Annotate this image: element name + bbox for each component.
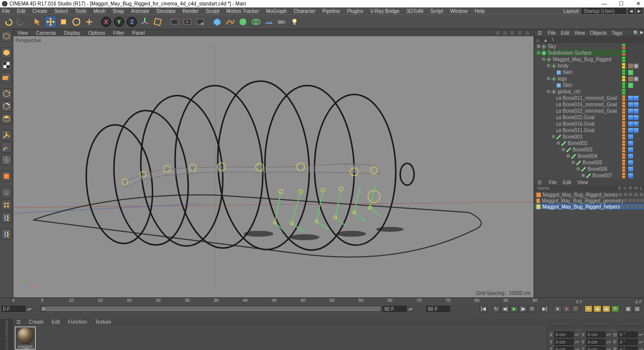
tag-ik-icon[interactable] bbox=[628, 160, 633, 165]
om-filter-icon[interactable]: ⚑ bbox=[639, 30, 644, 35]
redo-button[interactable] bbox=[15, 16, 27, 28]
om-search-icon[interactable]: 🔍 bbox=[633, 30, 638, 35]
tree-item[interactable]: ⊟Bone006 bbox=[534, 166, 627, 172]
tag-ik-icon[interactable] bbox=[628, 167, 633, 172]
tag-row[interactable] bbox=[628, 63, 644, 69]
loop-button[interactable]: ↻ bbox=[492, 305, 500, 312]
layer-menu-file[interactable]: File bbox=[549, 180, 557, 185]
record-button[interactable]: ● bbox=[563, 305, 571, 312]
tree-item[interactable]: L0Bone022_mirrored_Goal bbox=[534, 108, 627, 114]
tree-item[interactable]: ⊞Sky bbox=[534, 43, 627, 50]
tag-row[interactable] bbox=[628, 69, 644, 75]
menu-help[interactable]: Help bbox=[474, 8, 485, 14]
coord-Z-pos-field[interactable]: 0 cm bbox=[554, 347, 574, 350]
menu-edit[interactable]: Edit bbox=[17, 8, 25, 14]
coord-X-size-field[interactable]: 0 cm bbox=[586, 332, 605, 338]
add-light-button[interactable] bbox=[289, 16, 300, 28]
goto-end-forward-button[interactable]: ↺ bbox=[528, 305, 536, 312]
tag-ik-icon[interactable] bbox=[628, 115, 633, 120]
vp-zoom-icon[interactable] bbox=[510, 30, 515, 36]
tag-ik-icon[interactable] bbox=[628, 96, 633, 101]
vp-layout-icon[interactable] bbox=[525, 30, 530, 36]
menu-vraybridge[interactable]: V-Ray Bridge bbox=[370, 8, 400, 14]
tag-row[interactable] bbox=[628, 146, 644, 153]
layer-row[interactable]: Maggot_May_Bug_Rigged_helpers bbox=[534, 204, 644, 210]
crumb-path-icon[interactable]: \ bbox=[552, 37, 557, 42]
tree-toggle[interactable]: ⊟ bbox=[551, 135, 555, 139]
render-settings-button[interactable] bbox=[194, 16, 206, 28]
tag-ik-icon[interactable] bbox=[628, 102, 633, 107]
tree-toggle[interactable]: ⊟ bbox=[556, 141, 560, 145]
rotate-tool-button[interactable] bbox=[70, 16, 82, 28]
add-generator-button[interactable] bbox=[237, 16, 249, 28]
tag-row[interactable] bbox=[628, 56, 644, 63]
tag-column[interactable] bbox=[627, 43, 644, 179]
layer-flag[interactable] bbox=[624, 199, 628, 203]
layer-color-swatch[interactable] bbox=[536, 199, 540, 203]
vp-config-icon[interactable] bbox=[495, 30, 500, 36]
tag-fabric-icon[interactable] bbox=[628, 64, 633, 69]
viewport-perspective[interactable]: Perspective bbox=[13, 36, 533, 297]
key-rot-button[interactable]: ◉ bbox=[602, 305, 610, 312]
layer-flag[interactable] bbox=[623, 193, 629, 197]
mat-menu-function[interactable]: Function bbox=[68, 319, 87, 325]
tree-toggle[interactable]: ⊟ bbox=[571, 161, 575, 165]
tag-row[interactable] bbox=[628, 134, 644, 140]
menu-motiontracker[interactable]: Motion Tracker bbox=[227, 8, 259, 14]
tree-item[interactable]: ⊟Bone002 bbox=[534, 140, 627, 146]
tree-item[interactable]: ⊟Bone003 bbox=[534, 146, 627, 153]
layer-menu-edit[interactable]: Edit bbox=[563, 180, 571, 185]
prev-frame-button[interactable]: ◀| bbox=[501, 305, 509, 312]
vp-menu-panel[interactable]: Panel bbox=[132, 30, 145, 36]
keymode1-button[interactable]: ▦ bbox=[624, 305, 632, 312]
vp-menu-view[interactable]: View bbox=[17, 30, 28, 36]
tree-toggle[interactable] bbox=[551, 109, 555, 113]
tweak-mode-button[interactable] bbox=[1, 142, 12, 153]
hamburger-icon[interactable]: ☰ bbox=[16, 319, 21, 325]
om-menu-tags[interactable]: Tags bbox=[612, 30, 622, 36]
layer-flag[interactable] bbox=[639, 205, 644, 209]
tree-item[interactable]: ⊟Bone004 bbox=[534, 153, 627, 159]
tree-toggle[interactable]: ⊟ bbox=[566, 154, 570, 158]
script-button[interactable] bbox=[1, 212, 12, 223]
tree-toggle[interactable]: ⊟ bbox=[546, 64, 550, 68]
tag-ik-icon[interactable] bbox=[628, 154, 633, 159]
menu-mesh[interactable]: Mesh bbox=[94, 8, 106, 14]
layer-flag[interactable] bbox=[628, 199, 632, 203]
layer-row[interactable]: Maggot_May_Bug_Rigged_bones bbox=[534, 192, 644, 198]
tree-item[interactable]: ⊟Maggot_May_Bug_Rigged bbox=[534, 56, 627, 63]
tree-item[interactable]: L0Bone011.Goal bbox=[534, 127, 627, 134]
tag-row[interactable] bbox=[628, 82, 644, 88]
world-axis-button[interactable] bbox=[152, 16, 164, 28]
tag-row[interactable] bbox=[628, 166, 644, 172]
goto-start-button[interactable]: |◀ bbox=[479, 305, 487, 312]
coord-B-rot-field[interactable]: 0 ° bbox=[618, 347, 638, 350]
polygon-mode-button[interactable] bbox=[1, 113, 12, 124]
layer-color-swatch[interactable] bbox=[536, 205, 540, 209]
goto-end-button[interactable]: ▶| bbox=[541, 305, 549, 312]
layer-flag[interactable] bbox=[625, 205, 630, 209]
tree-item[interactable]: ⊟Bone001 bbox=[534, 134, 627, 140]
tree-toggle[interactable] bbox=[551, 103, 555, 107]
add-camera-button[interactable] bbox=[276, 16, 288, 28]
menu-script[interactable]: Script bbox=[430, 8, 443, 14]
tree-item[interactable]: Skin bbox=[534, 69, 627, 75]
tag-ik-icon[interactable] bbox=[628, 173, 633, 178]
vp-pan-icon[interactable] bbox=[502, 30, 508, 36]
menu-simulate[interactable]: Simulate bbox=[156, 8, 176, 14]
object-tree[interactable]: ⊞Sky⊟Subdivision Surface⊟Maggot_May_Bug_… bbox=[534, 43, 627, 179]
axis-mode-button[interactable] bbox=[1, 130, 12, 140]
y-axis-lock-button[interactable]: Y bbox=[113, 16, 125, 28]
layer-flag[interactable] bbox=[618, 193, 623, 197]
add-deformer-button[interactable] bbox=[250, 16, 262, 28]
tree-item[interactable]: ⊟body bbox=[534, 63, 627, 69]
crumb-home-icon[interactable]: ⌂ bbox=[536, 37, 541, 42]
layer-color-swatch[interactable] bbox=[536, 193, 541, 197]
vp-menu-display[interactable]: Display bbox=[64, 30, 80, 36]
layer-flag[interactable] bbox=[620, 205, 625, 209]
tag-ik-icon[interactable] bbox=[628, 128, 633, 133]
next-frame-button[interactable]: |▶ bbox=[519, 305, 527, 312]
menu-pipeline[interactable]: Pipeline bbox=[322, 8, 340, 14]
vp-menu-filter[interactable]: Filter bbox=[113, 30, 124, 36]
tag-check-icon[interactable] bbox=[628, 83, 633, 88]
